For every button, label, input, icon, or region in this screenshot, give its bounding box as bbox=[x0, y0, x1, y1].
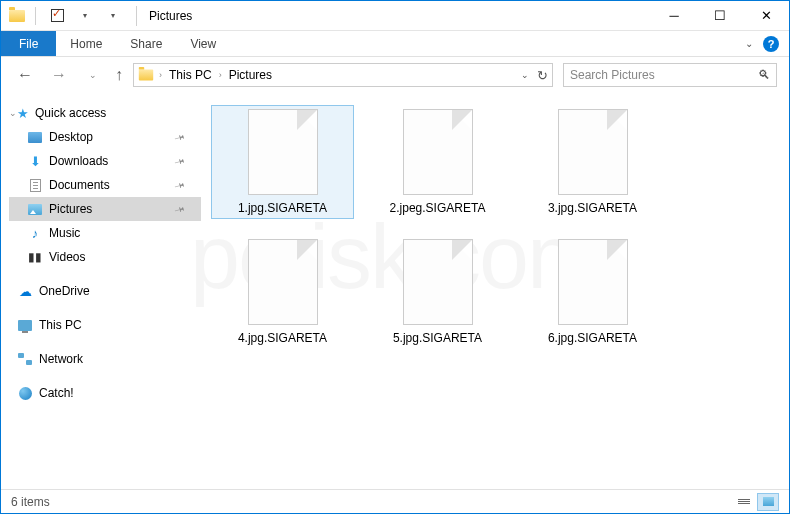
expand-ribbon-button[interactable]: ⌄ bbox=[745, 38, 753, 49]
qat-dropdown[interactable]: ▾ bbox=[74, 5, 96, 27]
up-button[interactable]: ↑ bbox=[115, 66, 123, 84]
details-icon bbox=[738, 499, 750, 504]
sidebar-item-label: Pictures bbox=[49, 202, 92, 216]
forward-button[interactable]: → bbox=[47, 63, 71, 87]
file-name: 2.jpeg.SIGARETA bbox=[390, 201, 486, 215]
file-icon bbox=[403, 239, 473, 325]
navbar: ← → ⌄ ↑ › This PC › Pictures ⌄ ↻ Search … bbox=[1, 57, 789, 93]
pc-icon bbox=[18, 320, 32, 331]
titlebar: ▾ ▾ Pictures ─ ☐ ✕ bbox=[1, 1, 789, 31]
folder-icon bbox=[9, 10, 25, 22]
sidebar-item-music[interactable]: ♪ Music bbox=[9, 221, 201, 245]
sidebar-item-label: Videos bbox=[49, 250, 85, 264]
separator bbox=[136, 6, 137, 26]
window-title: Pictures bbox=[149, 9, 192, 23]
crumb-separator: › bbox=[216, 70, 225, 80]
file-icon bbox=[248, 109, 318, 195]
breadcrumb-pictures[interactable]: Pictures bbox=[227, 68, 274, 82]
file-icon bbox=[248, 239, 318, 325]
sidebar-catch[interactable]: Catch! bbox=[9, 381, 201, 405]
file-item[interactable]: 4.jpg.SIGARETA bbox=[211, 235, 354, 349]
sidebar-label: OneDrive bbox=[39, 284, 90, 298]
file-item[interactable]: 2.jpeg.SIGARETA bbox=[366, 105, 509, 219]
sidebar-item-label: Documents bbox=[49, 178, 110, 192]
file-item[interactable]: 1.jpg.SIGARETA bbox=[211, 105, 354, 219]
view-large-button[interactable] bbox=[757, 493, 779, 511]
file-name: 1.jpg.SIGARETA bbox=[238, 201, 327, 215]
file-pane[interactable]: 1.jpg.SIGARETA 2.jpeg.SIGARETA 3.jpg.SIG… bbox=[201, 93, 789, 489]
videos-icon: ▮▮ bbox=[27, 250, 43, 264]
sidebar-thispc[interactable]: This PC bbox=[9, 313, 201, 337]
sidebar-quick-access[interactable]: ⌄ ★ Quick access bbox=[9, 101, 201, 125]
qat-customize[interactable]: ▾ bbox=[102, 5, 124, 27]
search-icon: 🔍︎ bbox=[758, 68, 770, 82]
minimize-button[interactable]: ─ bbox=[651, 1, 697, 31]
file-tab[interactable]: File bbox=[1, 31, 56, 56]
sidebar: ⌄ ★ Quick access Desktop 📌︎ ⬇ Downloads … bbox=[1, 93, 201, 489]
music-icon: ♪ bbox=[27, 226, 43, 240]
crumb-separator: › bbox=[156, 70, 165, 80]
statusbar: 6 items bbox=[1, 489, 789, 513]
breadcrumb-thispc[interactable]: This PC bbox=[167, 68, 214, 82]
sidebar-item-downloads[interactable]: ⬇ Downloads 📌︎ bbox=[9, 149, 201, 173]
refresh-button[interactable]: ↻ bbox=[537, 68, 548, 83]
file-name: 6.jpg.SIGARETA bbox=[548, 331, 637, 345]
checkbox-icon bbox=[51, 9, 64, 22]
pin-icon: 📌︎ bbox=[172, 153, 188, 169]
tab-view[interactable]: View bbox=[176, 31, 230, 56]
sidebar-item-pictures[interactable]: Pictures 📌︎ bbox=[9, 197, 201, 221]
chevron-down-icon: ▾ bbox=[83, 11, 87, 20]
pictures-icon bbox=[28, 204, 42, 215]
tab-share[interactable]: Share bbox=[116, 31, 176, 56]
sidebar-item-label: Music bbox=[49, 226, 80, 240]
file-name: 3.jpg.SIGARETA bbox=[548, 201, 637, 215]
file-icon bbox=[403, 109, 473, 195]
file-icon bbox=[558, 109, 628, 195]
status-count: 6 items bbox=[11, 495, 50, 509]
search-placeholder: Search Pictures bbox=[570, 68, 655, 82]
qat-properties-button[interactable] bbox=[46, 5, 68, 27]
pin-icon: 📌︎ bbox=[172, 201, 188, 217]
overflow-icon: ▾ bbox=[111, 11, 115, 20]
help-button[interactable]: ? bbox=[763, 36, 779, 52]
file-item[interactable]: 3.jpg.SIGARETA bbox=[521, 105, 664, 219]
pin-icon: 📌︎ bbox=[172, 177, 188, 193]
sidebar-onedrive[interactable]: ☁ OneDrive bbox=[9, 279, 201, 303]
catch-icon bbox=[19, 387, 32, 400]
downloads-icon: ⬇ bbox=[27, 154, 43, 168]
star-icon: ★ bbox=[17, 106, 29, 121]
sidebar-item-desktop[interactable]: Desktop 📌︎ bbox=[9, 125, 201, 149]
sidebar-network[interactable]: Network bbox=[9, 347, 201, 371]
network-icon bbox=[18, 353, 32, 365]
address-dropdown[interactable]: ⌄ bbox=[521, 70, 529, 80]
view-details-button[interactable] bbox=[733, 493, 755, 511]
back-button[interactable]: ← bbox=[13, 63, 37, 87]
documents-icon bbox=[30, 179, 41, 192]
sidebar-label: This PC bbox=[39, 318, 82, 332]
tab-home[interactable]: Home bbox=[56, 31, 116, 56]
large-icons-icon bbox=[763, 497, 774, 506]
recent-dropdown[interactable]: ⌄ bbox=[81, 63, 105, 87]
address-bar[interactable]: › This PC › Pictures ⌄ ↻ bbox=[133, 63, 553, 87]
maximize-button[interactable]: ☐ bbox=[697, 1, 743, 31]
file-icon bbox=[558, 239, 628, 325]
ribbon: File Home Share View ⌄ ? bbox=[1, 31, 789, 57]
chevron-down-icon: ⌄ bbox=[9, 108, 17, 118]
file-name: 5.jpg.SIGARETA bbox=[393, 331, 482, 345]
pin-icon: 📌︎ bbox=[172, 129, 188, 145]
close-button[interactable]: ✕ bbox=[743, 1, 789, 31]
file-name: 4.jpg.SIGARETA bbox=[238, 331, 327, 345]
sidebar-item-label: Desktop bbox=[49, 130, 93, 144]
file-item[interactable]: 5.jpg.SIGARETA bbox=[366, 235, 509, 349]
separator bbox=[35, 7, 36, 25]
sidebar-item-documents[interactable]: Documents 📌︎ bbox=[9, 173, 201, 197]
sidebar-label: Quick access bbox=[35, 106, 106, 120]
file-item[interactable]: 6.jpg.SIGARETA bbox=[521, 235, 664, 349]
desktop-icon bbox=[28, 132, 42, 143]
sidebar-item-label: Downloads bbox=[49, 154, 108, 168]
sidebar-label: Network bbox=[39, 352, 83, 366]
sidebar-item-videos[interactable]: ▮▮ Videos bbox=[9, 245, 201, 269]
search-input[interactable]: Search Pictures 🔍︎ bbox=[563, 63, 777, 87]
sidebar-label: Catch! bbox=[39, 386, 74, 400]
folder-icon bbox=[139, 70, 153, 81]
